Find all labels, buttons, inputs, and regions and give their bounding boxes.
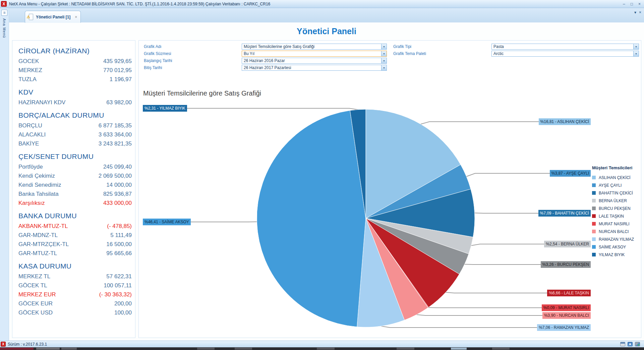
financial-row: GÖCEK USD100,00: [18, 308, 132, 317]
callout-leader-line: [417, 314, 542, 315]
taskbar-window-fragment: [36, 348, 60, 350]
section-title: CİROLAR (HAZİRAN): [18, 47, 132, 55]
taskbar-window-fragment: [61, 348, 77, 350]
row-value: 200,00: [114, 300, 132, 307]
financial-row: BORÇLU6 877 185,35: [18, 121, 132, 130]
legend-swatch-icon: [592, 199, 596, 202]
legend-label: NURCAN BALCI: [599, 229, 629, 234]
close-button[interactable]: ×: [638, 2, 641, 6]
row-label: MERKEZ EUR: [18, 291, 56, 298]
legend-label: SAİME AKSOY: [599, 245, 626, 249]
legend-item: BURCU PEKŞEN: [592, 205, 641, 212]
callout-leader-line: [421, 122, 539, 124]
tab-list-dropdown-icon[interactable]: ▾: [634, 10, 636, 15]
callout-leader-line: [465, 264, 541, 265]
rail-label: Ana Menü: [2, 18, 6, 38]
maximize-button[interactable]: □: [631, 2, 633, 6]
minimize-button[interactable]: –: [623, 2, 625, 6]
row-value: 770 012,95: [103, 67, 132, 74]
taskbar-window-fragment: [492, 348, 510, 350]
callout-leader-line: [446, 292, 547, 293]
row-value: 95 665,66: [106, 250, 132, 257]
taskbar-window-fragment: [397, 348, 414, 350]
status-logo-icon: X: [1, 342, 6, 347]
legend-swatch-icon: [592, 214, 596, 218]
legend-swatch-icon: [592, 207, 596, 210]
legend-item: SAİME AKSOY: [592, 243, 641, 251]
row-label: ALACAKLI: [18, 131, 46, 138]
financial-row: MERKEZ770 012,95: [18, 66, 132, 75]
legend-swatch-icon: [592, 230, 596, 233]
network-status-icon[interactable]: [635, 342, 640, 346]
tab-close-icon[interactable]: ×: [75, 15, 77, 19]
section-title: BORÇ/ALACAK DURUMU: [18, 111, 132, 120]
page-title: Yönetici Paneli: [9, 26, 644, 36]
row-value: 245 099,40: [103, 164, 132, 170]
window-title: NetX Ana Menu - Çalışılan Şirket : NETAD…: [9, 2, 270, 6]
pie-callout-label: %2,54 - BERNA ÜLKER: [544, 241, 591, 247]
menu-grid-icon[interactable]: ≡: [1, 10, 7, 16]
row-value: 435 929,65: [103, 58, 132, 65]
legend-label: ASLIHAN ÇEKİCİ: [599, 175, 631, 180]
row-value: 3 633 364,00: [99, 131, 132, 138]
legend-item: RAMAZAN YILMAZ: [592, 235, 641, 243]
row-value: 57 622,31: [106, 273, 132, 280]
legend-label: BERNA ÜLKER: [599, 198, 627, 203]
row-label: MERKEZ TL: [18, 273, 50, 280]
taskbar-window-fragment: [235, 348, 252, 350]
legend-swatch-icon: [592, 245, 596, 249]
row-label: Banka Tahsilata: [18, 191, 59, 197]
financial-row: BAKİYE3 243 821,35: [18, 139, 132, 148]
legend-swatch-icon: [592, 176, 596, 179]
legend-swatch-icon: [592, 237, 596, 241]
row-label: GÖCEK USD: [18, 309, 53, 316]
callout-leader-line: [466, 173, 550, 177]
pie-slice[interactable]: [257, 110, 366, 327]
legend-label: LALE TAŞKIN: [599, 214, 624, 219]
row-label: GOCEK: [18, 58, 39, 65]
report-document-icon: ⚠: [28, 14, 34, 20]
window-titlebar: X NetX Ana Menu - Çalışılan Şirket : NET…: [0, 0, 644, 8]
pie-callout-label: %7,06 - RAMAZAN YILMAZ: [537, 324, 591, 331]
legend-swatch-icon: [592, 191, 596, 195]
financial-row: ALACAKLI3 633 364,00: [18, 130, 132, 139]
legend-swatch-icon: [592, 183, 596, 187]
section-title: KDV: [18, 88, 132, 97]
chart-panel: Grafik AdıMüşteri Temsilcilerine göre Sa…: [138, 40, 641, 338]
row-value: 433 000,00: [103, 200, 132, 207]
financial-row: Portföyde245 099,40: [18, 162, 132, 171]
tabstrip-close-icon[interactable]: ×: [639, 10, 641, 15]
row-value: 14 000,00: [106, 182, 132, 188]
financial-row: GÖCEK EUR200,00: [18, 299, 132, 308]
financial-row: Banka Tahsilata825 936,87: [18, 189, 132, 198]
legend-item: LALE TAŞKIN: [592, 212, 641, 220]
financial-row: Karşılıksız433 000,00: [18, 198, 132, 208]
tab-yonetici-paneli[interactable]: ⚠ Yönetici Paneli [1] ×: [25, 11, 81, 23]
financial-row: MERKEZ TL57 622,31: [18, 272, 132, 281]
left-rail-ana-menu[interactable]: ≡ Ana Menü: [0, 8, 9, 341]
legend-title: Müşteri Temsilcileri: [592, 165, 641, 170]
pie-chart[interactable]: Müşteri Temsilcileri ASLIHAN ÇEKİCİAYŞE …: [139, 41, 641, 338]
financial-row: AKBANK-MTUZ-TL(- 478,85): [18, 222, 132, 231]
financial-row: GAR-MTRZÇEK-TL16 500,00: [18, 240, 132, 249]
pie-callout-label: %16,81 - ASLIHAN ÇEKİCİ: [539, 118, 591, 125]
legend-item: BERNA ÜLKER: [592, 197, 641, 205]
pie-callout-label: %0,09 - MURAT NASIRLI: [542, 304, 591, 311]
user-session-icon[interactable]: [628, 342, 633, 346]
financial-row: GAR-MDNZ-TL5 111,49: [18, 231, 132, 240]
printer-icon[interactable]: [620, 342, 625, 346]
pie-callout-label: %46,41 - SAİME AKSOY: [143, 219, 191, 225]
row-value: 5 111,49: [110, 232, 132, 239]
section-title: KASA DURUMU: [18, 262, 132, 271]
row-value: 1 196,97: [110, 76, 132, 83]
legend-label: BURCU PEKŞEN: [599, 206, 631, 211]
row-label: GAR-MDNZ-TL: [18, 232, 58, 239]
row-label: TUZLA: [18, 76, 37, 83]
legend-label: YILMAZ BIYIK: [599, 252, 625, 257]
status-bar: X Sürüm : v.2017.6.23.1: [0, 341, 644, 347]
row-label: GÖCEK TL: [18, 282, 47, 289]
pie-callout-label: %6,66 - LALE TAŞKIN: [547, 290, 591, 296]
row-label: Portföyde: [18, 164, 43, 170]
legend-item: MURAT NASIRLI: [592, 220, 641, 228]
row-value: 100 057,11: [104, 282, 132, 289]
